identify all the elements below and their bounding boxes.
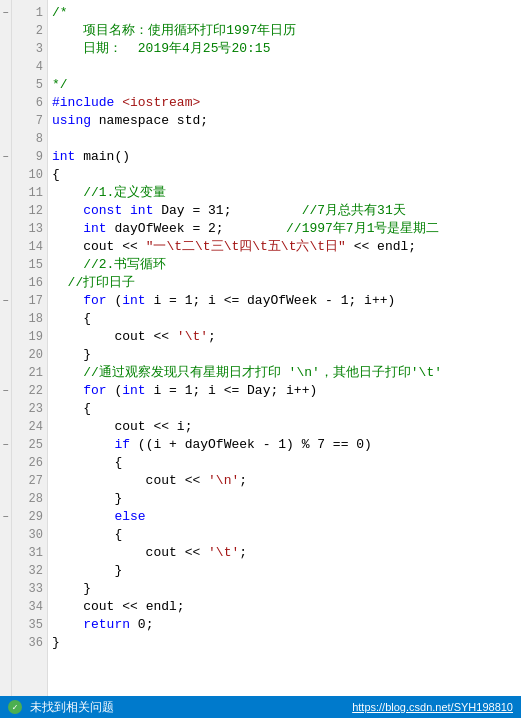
fold-marker[interactable]: − bbox=[0, 148, 11, 166]
code-line: { bbox=[52, 400, 521, 418]
status-link[interactable]: https://blog.csdn.net/SYH198810 bbox=[352, 701, 513, 713]
fold-marker bbox=[0, 58, 11, 76]
code-content[interactable]: /* 项目名称：使用循环打印1997年日历 日期： 2019年4月25号20:1… bbox=[48, 0, 521, 696]
code-token: /* bbox=[52, 5, 68, 20]
code-token bbox=[200, 545, 208, 560]
fold-gutter: −−−−−− bbox=[0, 0, 12, 696]
code-token: cout bbox=[52, 545, 185, 560]
fold-marker bbox=[0, 274, 11, 292]
code-token: << bbox=[185, 545, 201, 560]
code-line: cout << '\t'; bbox=[52, 544, 521, 562]
line-number: 2 bbox=[12, 22, 47, 40]
fold-marker bbox=[0, 364, 11, 382]
code-token: << bbox=[153, 419, 169, 434]
code-token: '\t' bbox=[177, 329, 208, 344]
fold-marker bbox=[0, 310, 11, 328]
code-line: { bbox=[52, 526, 521, 544]
code-token: dayOfWeek = 2; bbox=[107, 221, 286, 236]
fold-marker bbox=[0, 22, 11, 40]
code-token: return bbox=[83, 617, 130, 632]
code-token: int bbox=[83, 221, 106, 236]
code-token bbox=[52, 275, 68, 290]
code-token: //1997年7月1号是星期二 bbox=[286, 221, 439, 236]
fold-marker bbox=[0, 202, 11, 220]
line-number: 34 bbox=[12, 598, 47, 616]
line-number: 14 bbox=[12, 238, 47, 256]
line-number: 20 bbox=[12, 346, 47, 364]
code-token: { bbox=[52, 167, 60, 182]
status-message: 未找到相关问题 bbox=[30, 699, 114, 716]
code-area[interactable]: −−−−−− 123456789101112131415161718192021… bbox=[0, 0, 521, 696]
code-token: '\t' bbox=[208, 545, 239, 560]
code-token: namespace std; bbox=[91, 113, 208, 128]
fold-marker bbox=[0, 580, 11, 598]
line-number: 3 bbox=[12, 40, 47, 58]
line-number: 15 bbox=[12, 256, 47, 274]
code-line: } bbox=[52, 490, 521, 508]
code-token bbox=[346, 239, 354, 254]
code-token bbox=[200, 473, 208, 488]
fold-marker[interactable]: − bbox=[0, 292, 11, 310]
code-token: ( bbox=[107, 293, 123, 308]
code-line: using namespace std; bbox=[52, 112, 521, 130]
code-token: << bbox=[153, 329, 169, 344]
code-token: cout bbox=[52, 239, 122, 254]
code-line bbox=[52, 58, 521, 76]
line-number: 8 bbox=[12, 130, 47, 148]
code-line: } bbox=[52, 634, 521, 652]
fold-marker bbox=[0, 256, 11, 274]
code-token bbox=[52, 257, 83, 272]
code-token: endl; bbox=[369, 239, 416, 254]
code-line: int main() bbox=[52, 148, 521, 166]
line-number: 35 bbox=[12, 616, 47, 634]
line-number: 26 bbox=[12, 454, 47, 472]
code-token: //2.书写循环 bbox=[83, 257, 166, 272]
fold-marker[interactable]: − bbox=[0, 436, 11, 454]
code-token: main() bbox=[75, 149, 130, 164]
code-line: if ((i + dayOfWeek - 1) % 7 == 0) bbox=[52, 436, 521, 454]
code-token: } bbox=[52, 563, 122, 578]
code-line: cout << '\n'; bbox=[52, 472, 521, 490]
fold-marker bbox=[0, 112, 11, 130]
code-token: endl; bbox=[138, 599, 185, 614]
fold-marker[interactable]: − bbox=[0, 508, 11, 526]
code-token: cout bbox=[52, 329, 153, 344]
code-line: const int Day = 31; //7月总共有31天 bbox=[52, 202, 521, 220]
line-number: 22 bbox=[12, 382, 47, 400]
code-token: } bbox=[52, 347, 91, 362]
code-token: << bbox=[354, 239, 370, 254]
line-number: 31 bbox=[12, 544, 47, 562]
line-number: 9 bbox=[12, 148, 47, 166]
code-token: int bbox=[130, 203, 153, 218]
code-token: << bbox=[122, 599, 138, 614]
fold-marker bbox=[0, 526, 11, 544]
code-line: cout << endl; bbox=[52, 598, 521, 616]
fold-marker[interactable]: − bbox=[0, 4, 11, 22]
code-token: int bbox=[122, 383, 145, 398]
line-number: 7 bbox=[12, 112, 47, 130]
code-line: cout << i; bbox=[52, 418, 521, 436]
code-token: ((i + dayOfWeek - 1) % 7 == 0) bbox=[130, 437, 372, 452]
line-number: 33 bbox=[12, 580, 47, 598]
line-number: 17 bbox=[12, 292, 47, 310]
code-token: else bbox=[114, 509, 145, 524]
fold-marker[interactable]: − bbox=[0, 382, 11, 400]
code-line: return 0; bbox=[52, 616, 521, 634]
code-line: for (int i = 1; i <= dayOfWeek - 1; i++) bbox=[52, 292, 521, 310]
line-number: 29 bbox=[12, 508, 47, 526]
code-token: i = 1; i <= Day; i++) bbox=[146, 383, 318, 398]
code-token: //打印日子 bbox=[68, 275, 136, 290]
fold-marker bbox=[0, 544, 11, 562]
line-number: 23 bbox=[12, 400, 47, 418]
code-token bbox=[52, 509, 114, 524]
fold-marker bbox=[0, 166, 11, 184]
code-token: ; bbox=[208, 329, 216, 344]
fold-marker bbox=[0, 184, 11, 202]
line-number: 16 bbox=[12, 274, 47, 292]
code-token: ; bbox=[239, 473, 247, 488]
line-number: 28 bbox=[12, 490, 47, 508]
line-number: 27 bbox=[12, 472, 47, 490]
code-line: */ bbox=[52, 76, 521, 94]
code-line: { bbox=[52, 454, 521, 472]
code-line: } bbox=[52, 562, 521, 580]
